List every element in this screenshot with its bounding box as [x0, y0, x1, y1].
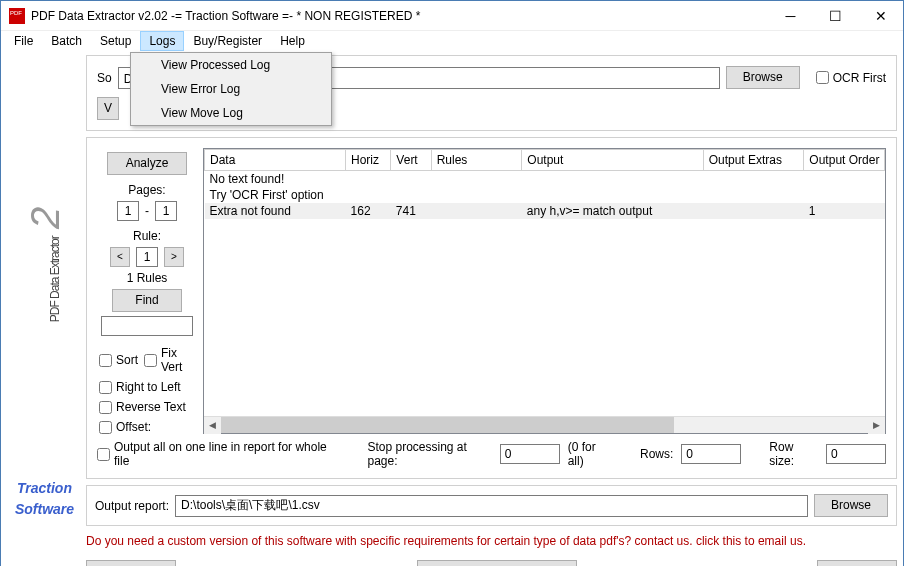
offset-check[interactable]: Offset: — [99, 420, 151, 434]
logs-view-move[interactable]: View Move Log — [131, 101, 331, 125]
output-report-label: Output report: — [95, 499, 169, 513]
product-name: PDF Data Extractor — [47, 236, 61, 322]
pages-label: Pages: — [128, 183, 165, 197]
output-group: Output report: Browse — [86, 485, 897, 526]
ocr-first-checkbox[interactable] — [816, 71, 829, 84]
col-data[interactable]: Data — [205, 150, 346, 171]
process-button[interactable]: Process — [417, 560, 577, 566]
browse-output-button[interactable]: Browse — [814, 494, 888, 517]
col-rules[interactable]: Rules — [431, 150, 522, 171]
scroll-right-icon[interactable]: ▶ — [868, 417, 885, 434]
title-bar: PDF Data Extractor v2.02 -= Traction Sof… — [1, 1, 903, 31]
minimize-button[interactable]: ─ — [768, 1, 813, 31]
menu-batch[interactable]: Batch — [42, 31, 91, 51]
menu-file[interactable]: File — [5, 31, 42, 51]
output-report-input[interactable] — [175, 495, 808, 517]
rule-prev-button[interactable]: < — [110, 247, 130, 267]
stop-processing-label: Stop processing at page: — [367, 440, 491, 468]
table-h-scrollbar[interactable]: ◀ ▶ — [204, 416, 885, 433]
rows-input[interactable] — [681, 444, 741, 464]
menu-help[interactable]: Help — [271, 31, 314, 51]
app-icon — [9, 8, 25, 24]
rows-label: Rows: — [640, 447, 673, 461]
stop-page-input[interactable] — [500, 444, 560, 464]
source-label: So — [97, 71, 112, 85]
reverse-text-check[interactable]: Reverse Text — [99, 400, 186, 414]
logs-dropdown: View Processed Log View Error Log View M… — [130, 52, 332, 126]
sort-check[interactable]: Sort — [99, 353, 138, 367]
rule-label: Rule: — [133, 229, 161, 243]
logs-view-error[interactable]: View Error Log — [131, 77, 331, 101]
col-horiz[interactable]: Horiz — [346, 150, 391, 171]
main-group: Analyze Pages: - Rule: < > — [86, 137, 897, 479]
for-all-label: (0 for all) — [568, 440, 612, 468]
col-output-order[interactable]: Output Order — [804, 150, 885, 171]
maximize-button[interactable]: ☐ — [813, 1, 858, 31]
menu-buy-register[interactable]: Buy/Register — [184, 31, 271, 51]
custom-version-link[interactable]: Do you need a custom version of this sof… — [86, 532, 897, 550]
rule-next-button[interactable]: > — [164, 247, 184, 267]
window-title: PDF Data Extractor v2.02 -= Traction Sof… — [31, 9, 768, 23]
output-all-one-line-check[interactable]: Output all on one line in report for who… — [97, 440, 329, 468]
page-from-input[interactable] — [117, 201, 139, 221]
open-output-button[interactable]: Open output — [86, 560, 176, 566]
company-name-1: Traction — [17, 481, 72, 496]
close-button[interactable]: Close — [817, 560, 897, 566]
rules-count-label: 1 Rules — [127, 271, 168, 285]
data-table[interactable]: Data Horiz Vert Rules Output Output Extr… — [203, 148, 886, 434]
rowsize-input[interactable] — [826, 444, 886, 464]
ocr-first-label: OCR First — [833, 71, 886, 85]
browse-source-button[interactable]: Browse — [726, 66, 800, 89]
col-vert[interactable]: Vert — [391, 150, 431, 171]
page-to-input[interactable] — [155, 201, 177, 221]
logs-view-processed[interactable]: View Processed Log — [131, 53, 331, 77]
table-row[interactable]: No text found! — [205, 171, 885, 188]
menu-bar: File Batch Setup Logs Buy/Register Help — [1, 31, 903, 51]
rowsize-label: Row size: — [769, 440, 818, 468]
table-row[interactable]: Try 'OCR First' option — [205, 187, 885, 203]
fixvert-check[interactable]: Fix Vert — [144, 346, 197, 374]
find-field[interactable] — [101, 316, 193, 336]
scroll-left-icon[interactable]: ◀ — [204, 417, 221, 434]
close-window-button[interactable]: ✕ — [858, 1, 903, 31]
product-version-glyph: 2 — [22, 208, 66, 229]
v-button[interactable]: V — [97, 97, 119, 120]
company-name-2: Software — [15, 502, 74, 517]
ocr-first-check[interactable]: OCR First — [816, 71, 886, 85]
right-to-left-check[interactable]: Right to Left — [99, 380, 181, 394]
analyze-button[interactable]: Analyze — [107, 152, 187, 175]
menu-setup[interactable]: Setup — [91, 31, 140, 51]
col-output-extras[interactable]: Output Extras — [703, 150, 804, 171]
menu-logs[interactable]: Logs — [140, 31, 184, 51]
col-output[interactable]: Output — [522, 150, 703, 171]
table-row[interactable]: Extra not found 162 741 any h,v>= match … — [205, 203, 885, 219]
find-button[interactable]: Find — [112, 289, 182, 312]
rule-number-input[interactable] — [136, 247, 158, 267]
product-sidebar: PDF Data Extractor 2 Traction Software — [7, 55, 82, 566]
